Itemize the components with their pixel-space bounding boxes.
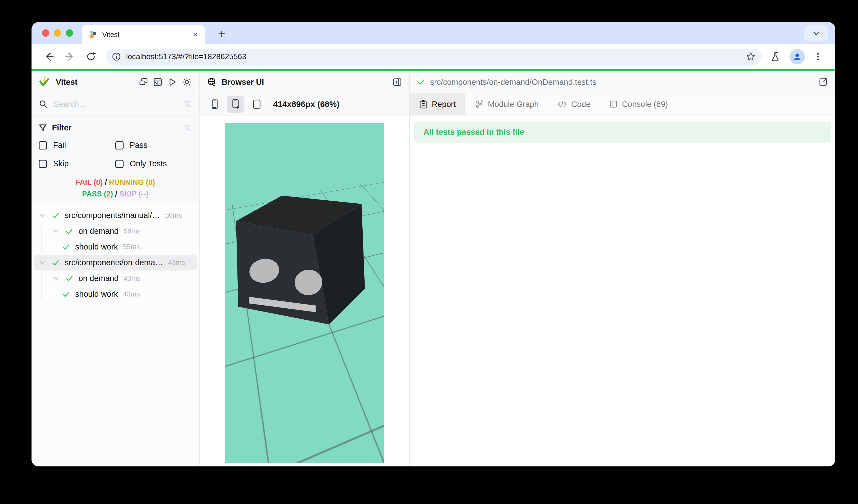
maximize-window-button[interactable]: [66, 29, 73, 37]
tab-search-chevron-button[interactable]: [804, 26, 828, 42]
theme-toggle-sun-icon[interactable]: [182, 77, 192, 87]
chevron-down-icon[interactable]: [52, 228, 65, 235]
tree-indent-guide: [55, 240, 55, 254]
filter-title: Filter: [52, 123, 72, 132]
preview-title: Browser UI: [222, 78, 264, 87]
pass-check-icon: [65, 227, 79, 235]
toolbar-actions: [767, 48, 827, 66]
url-text[interactable]: localhost:5173/#/?file=1828625563: [126, 52, 741, 61]
filter-checkbox-skip[interactable]: Skip: [39, 159, 115, 168]
tree-row-file-manual[interactable]: src/components/manual/… 56ms: [34, 208, 197, 223]
console-icon: [609, 100, 618, 108]
filter-checkbox-fail[interactable]: Fail: [39, 141, 115, 150]
browser-tab[interactable]: Vitest ×: [82, 25, 205, 44]
checkbox-label: Only Tests: [130, 159, 167, 168]
dashboard-icon[interactable]: [153, 77, 162, 87]
test-duration: 43ms: [123, 290, 140, 298]
checkbox-label: Fail: [53, 141, 66, 150]
experiments-flask-icon[interactable]: [767, 48, 785, 66]
tested-app-canvas[interactable]: [225, 123, 384, 463]
tree-row-suite[interactable]: on demand 43ms: [34, 271, 197, 286]
site-info-icon[interactable]: [112, 52, 121, 61]
search-row: [32, 93, 199, 115]
checkbox[interactable]: [39, 141, 47, 149]
clear-search-filter-icon[interactable]: [183, 100, 192, 109]
clear-filters-icon[interactable]: [183, 124, 192, 132]
dock-panel-right-icon[interactable]: [393, 77, 402, 87]
checkbox-label: Skip: [53, 159, 68, 168]
tree-row-test[interactable]: should work 55ms: [34, 239, 197, 255]
browser-toolbar: localhost:5173/#/?file=1828625563: [32, 44, 835, 69]
tab-close-icon[interactable]: ×: [193, 30, 197, 39]
traffic-lights: [42, 29, 73, 37]
test-duration: 55ms: [123, 243, 140, 251]
file-pass-check-icon: [417, 78, 425, 86]
running-count: RUNNING (0): [109, 178, 155, 186]
test-file-name: src/components/manual/…: [65, 211, 160, 220]
summary-line-1: FAIL (0) / RUNNING (0): [32, 177, 199, 188]
tab-console[interactable]: Console (69): [600, 93, 677, 115]
test-duration: 43ms: [124, 274, 140, 282]
device-tablet-button[interactable]: [248, 96, 265, 113]
forward-button[interactable]: [61, 48, 79, 66]
pass-check-icon: [65, 274, 79, 283]
page-accent-bar: [32, 69, 835, 71]
profile-avatar[interactable]: [790, 49, 805, 64]
banner-text: All tests passed in this file: [424, 128, 524, 137]
module-graph-icon: [475, 100, 483, 109]
report-clipboard-icon: [419, 100, 427, 109]
chevron-down-icon[interactable]: [52, 275, 65, 282]
browser-window: Vitest × + localhost:5173/#/?file=182862…: [32, 22, 835, 467]
code-icon: [558, 100, 567, 108]
chevron-down-icon[interactable]: [39, 212, 51, 219]
minimize-window-button[interactable]: [54, 29, 61, 37]
preview-header: Browser UI: [200, 71, 409, 93]
pass-check-icon: [62, 290, 75, 298]
app-title: Vitest: [56, 78, 77, 87]
open-in-editor-icon[interactable]: [818, 77, 828, 87]
tab-title: Vitest: [102, 31, 188, 39]
tree-indent-guide: [42, 272, 42, 300]
tree-row-test[interactable]: should work 43ms: [34, 286, 197, 302]
close-window-button[interactable]: [42, 29, 49, 37]
filter-checkbox-pass[interactable]: Pass: [115, 141, 192, 150]
tree-indent-guide: [55, 288, 55, 301]
tree-indent-guide: [42, 225, 42, 254]
pass-check-icon: [51, 211, 65, 220]
pass-count: PASS (2): [82, 190, 113, 198]
pass-check-icon: [51, 259, 65, 267]
suite-name: on demand: [79, 274, 118, 283]
tab-code[interactable]: Code: [548, 93, 600, 115]
tab-label: Report: [432, 100, 456, 109]
tab-label: Console (69): [622, 100, 668, 109]
detach-windows-icon[interactable]: [139, 77, 148, 87]
device-phone-small-button[interactable]: [206, 96, 223, 113]
reload-button[interactable]: [82, 48, 100, 66]
preview-viewport: [200, 115, 409, 467]
new-tab-button[interactable]: +: [214, 26, 229, 42]
filter-checkbox-only-tests[interactable]: Only Tests: [115, 159, 192, 168]
checkbox[interactable]: [115, 160, 124, 168]
filter-funnel-icon: [39, 124, 47, 132]
all-tests-passed-banner: All tests passed in this file: [414, 121, 831, 143]
tab-strip: Vitest × +: [32, 22, 835, 44]
address-bar[interactable]: localhost:5173/#/?file=1828625563: [106, 49, 762, 65]
pass-check-icon: [62, 243, 75, 251]
checkbox[interactable]: [39, 160, 47, 168]
bookmark-star-icon[interactable]: [746, 52, 756, 62]
tab-report[interactable]: Report: [410, 93, 465, 115]
device-phone-add-button[interactable]: [227, 96, 244, 113]
search-input[interactable]: [54, 100, 177, 109]
test-name: should work: [75, 290, 118, 299]
tab-module-graph[interactable]: Module Graph: [465, 93, 548, 115]
tree-row-file-on-demand[interactable]: src/components/on-dema… 43ms: [34, 255, 197, 271]
checkbox[interactable]: [115, 141, 124, 149]
chevron-down-icon[interactable]: [39, 259, 51, 266]
checkbox-label: Pass: [130, 141, 147, 150]
browser-menu-icon[interactable]: [809, 48, 827, 66]
back-button[interactable]: [40, 48, 58, 66]
browser-preview-panel: Browser UI 414x896px (68%): [200, 71, 410, 467]
report-tabs: Report Module Graph Code: [410, 93, 835, 115]
run-all-tests-icon[interactable]: [168, 77, 177, 87]
tree-row-suite[interactable]: on demand 56ms: [34, 223, 197, 239]
